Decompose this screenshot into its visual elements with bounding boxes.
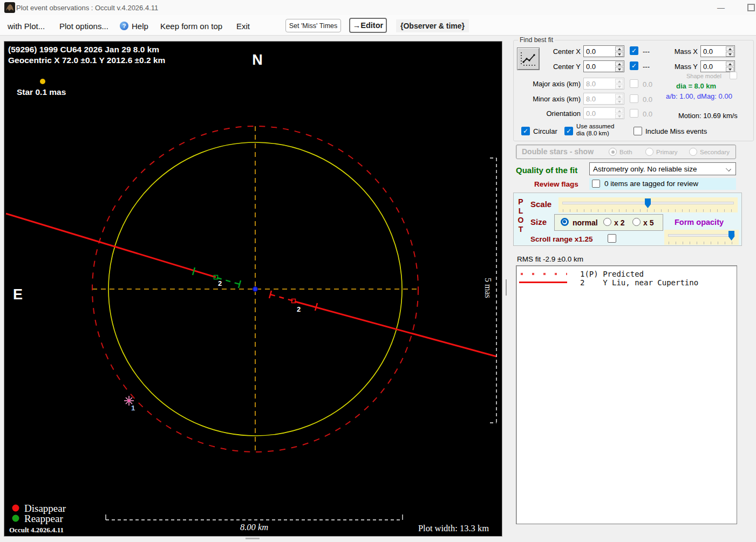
legend-reappear: Reappear xyxy=(24,513,63,524)
menu-keep-on-top[interactable]: Keep form on top xyxy=(160,20,222,32)
bottom-splitter-handle[interactable] xyxy=(246,538,260,539)
review-flags-checkbox[interactable] xyxy=(592,180,600,188)
scroll-range-checkbox[interactable] xyxy=(608,234,616,243)
include-miss-label: Include Miss events xyxy=(645,127,707,135)
plot-letter-p: P xyxy=(517,197,525,206)
size-x2-radio[interactable] xyxy=(603,218,611,226)
use-assumed-dia-label: Use assumed dia (8.0 km) xyxy=(576,123,614,137)
menu-help[interactable]: ? Help xyxy=(120,20,148,32)
menu-exit[interactable]: Exit xyxy=(236,20,250,32)
minor-axis-label: Minor axis (km) xyxy=(527,95,581,103)
help-icon: ? xyxy=(120,22,128,30)
scale-slider-thumb[interactable] xyxy=(645,198,651,208)
reappear-dot-icon xyxy=(12,515,19,522)
occultation-plot[interactable]: 2 2 1 (59296) 1999 CU64 2026 Jan 29 8.0 … xyxy=(4,41,502,537)
north-label: N xyxy=(252,52,263,68)
major-axis-spinner: 8.0 xyxy=(583,78,624,90)
motion-label: Motion: 10.69 km/s xyxy=(678,112,738,120)
plot-letter-t: T xyxy=(517,225,525,234)
observer-legend-list[interactable]: 1(P)Predicted 2Y Liu, near Cupertino xyxy=(516,265,737,524)
circular-label: Circular xyxy=(533,127,557,135)
minor-axis-value: 8.0 xyxy=(584,93,615,104)
center-y-value[interactable]: 0.0 xyxy=(584,61,615,72)
center-y-label: Center Y xyxy=(544,63,581,71)
predicted-line-sample xyxy=(521,273,567,275)
orientation-result: 0.0 xyxy=(643,110,652,118)
size-x5-radio[interactable] xyxy=(632,218,641,226)
menu-plot-options[interactable]: Plot options... xyxy=(59,20,108,32)
form-opacity-thumb[interactable] xyxy=(728,231,734,241)
east-label: E xyxy=(13,286,23,303)
legend-disappear: Disappear xyxy=(24,503,66,514)
form-opacity-slider[interactable] xyxy=(664,230,739,245)
mass-y-label: Mass Y xyxy=(669,63,698,71)
rms-fit-label: RMS fit -2.9 ±0.0 km xyxy=(517,255,583,263)
quality-dropdown[interactable]: Astrometry only. No reliable size xyxy=(589,162,736,175)
center-x-fit-checkbox[interactable]: ✓ xyxy=(630,46,638,55)
menu-help-label: Help xyxy=(132,22,148,31)
minor-axis-fit-checkbox[interactable] xyxy=(630,94,638,103)
double-stars-both-label: Both xyxy=(619,149,632,155)
major-axis-label: Major axis (km) xyxy=(527,80,581,88)
chord-observer-2 xyxy=(6,214,496,356)
maximize-button[interactable] xyxy=(747,4,755,11)
run-fit-button[interactable] xyxy=(517,47,540,70)
center-dot xyxy=(253,287,258,292)
plot-letter-l: L xyxy=(517,207,525,215)
window-title: Plot event observations : Occult v.4.202… xyxy=(16,4,158,12)
editor-button[interactable]: →Editor xyxy=(349,18,387,33)
shape-model-checkbox[interactable] xyxy=(730,72,737,79)
center-y-fit-checkbox[interactable]: ✓ xyxy=(630,61,638,70)
scalebar xyxy=(106,514,403,520)
review-flags-field: 0 items are tagged for review xyxy=(589,178,736,190)
scale-slider[interactable] xyxy=(559,197,738,212)
mass-y-spinner[interactable]: 0.0 xyxy=(700,60,735,72)
center-x-value[interactable]: 0.0 xyxy=(584,46,615,57)
scale-label: Scale xyxy=(530,200,551,209)
app-icon xyxy=(4,2,15,13)
major-axis-value: 8.0 xyxy=(584,78,615,89)
size-normal-radio[interactable] xyxy=(561,218,569,226)
use-assumed-line1: Use assumed xyxy=(576,123,614,129)
plot-version: Occult 4.2026.4.11 xyxy=(9,526,64,534)
mass-y-value[interactable]: 0.0 xyxy=(701,61,726,72)
menu-with-plot[interactable]: with Plot... xyxy=(8,20,45,32)
double-stars-secondary-radio[interactable] xyxy=(689,148,697,156)
circular-checkbox[interactable]: ✓ xyxy=(521,127,530,135)
orientation-fit-checkbox[interactable] xyxy=(630,109,638,118)
size-normal-label: normal xyxy=(573,218,598,227)
plot-letter-o: O xyxy=(517,216,525,224)
minor-axis-spinner: 8.0 xyxy=(583,93,624,105)
size-x5-label: x 5 xyxy=(643,218,653,227)
legend-row-predicted: 1(P)Predicted xyxy=(580,270,644,278)
double-stars-primary-radio[interactable] xyxy=(645,148,653,156)
double-stars-secondary-label: Secondary xyxy=(700,149,730,155)
form-opacity-label: Form opacity xyxy=(675,218,724,227)
title-bar: Plot event observations : Occult v.4.202… xyxy=(0,0,756,15)
use-assumed-dia-checkbox[interactable]: ✓ xyxy=(564,127,573,135)
center-y-result: --- xyxy=(643,63,650,71)
plot-header-line1: (59296) 1999 CU64 2026 Jan 29 8.0 km xyxy=(8,45,159,54)
orientation-value: 0.0 xyxy=(584,108,615,119)
scale-slider-ticks xyxy=(563,209,733,212)
plot-canvas: 2 2 1 (59296) 1999 CU64 2026 Jan 29 8.0 … xyxy=(5,42,501,536)
fit-chart-icon xyxy=(520,51,537,67)
set-miss-times-button[interactable]: Set 'Miss' Times xyxy=(285,19,341,32)
center-y-spinner[interactable]: 0.0 xyxy=(583,60,624,72)
include-miss-checkbox[interactable] xyxy=(634,127,642,135)
splitter-handle[interactable] xyxy=(506,279,507,296)
center-x-spinner[interactable]: 0.0 xyxy=(583,45,624,57)
form-opacity-ticks xyxy=(669,242,734,244)
mas-scale-label: 5 mas xyxy=(483,278,493,298)
major-axis-fit-checkbox[interactable] xyxy=(630,79,638,88)
mass-x-spinner[interactable]: 0.0 xyxy=(700,45,735,57)
mass-x-value[interactable]: 0.0 xyxy=(701,46,726,57)
minimize-button[interactable]: — xyxy=(711,1,731,14)
center-x-label: Center X xyxy=(544,47,581,56)
legend-row-observer2: 2Y Liu, near Cupertino xyxy=(580,278,698,287)
double-stars-both-radio[interactable] xyxy=(609,148,617,156)
major-axis-result: 0.0 xyxy=(643,80,652,88)
center-x-result: --- xyxy=(643,47,650,56)
mass-x-label: Mass X xyxy=(669,47,698,56)
use-assumed-line2: dia (8.0 km) xyxy=(576,130,609,136)
